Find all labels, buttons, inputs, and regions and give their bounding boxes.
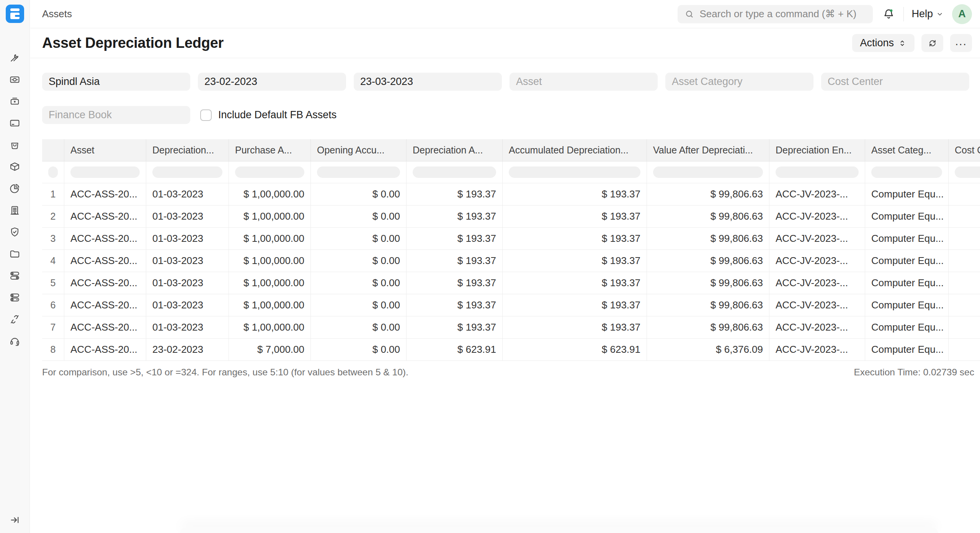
cell-accumulated_depreciation[interactable]: $ 193.37 (503, 294, 647, 316)
column-header-asset[interactable]: Asset (64, 139, 146, 161)
sidebar-item-pie-chart[interactable] (4, 178, 26, 199)
cell-value_after_depreciation[interactable]: $ 99,806.63 (647, 316, 769, 339)
cell-purchase_amount[interactable]: $ 1,00,000.00 (229, 294, 311, 316)
cell-value_after_depreciation[interactable]: $ 99,806.63 (647, 294, 769, 316)
column-filter-accumulated_depreciation[interactable] (509, 166, 640, 178)
cell-depreciation_entry[interactable]: ACC-JV-2023-... (769, 250, 865, 272)
cell-asset_category[interactable]: Computer Equ... (865, 339, 949, 361)
cell-depreciation_entry[interactable]: ACC-JV-2023-... (769, 294, 865, 316)
cell-purchase_amount[interactable]: $ 7,000.00 (229, 339, 311, 361)
cell-opening_accumulated[interactable]: $ 0.00 (311, 228, 407, 250)
column-header-cost_center[interactable]: Cost Center (949, 139, 980, 161)
sidebar-item-plug[interactable] (4, 308, 26, 330)
more-options-button[interactable]: ... (950, 34, 972, 52)
cell-asset[interactable]: ACC-ASS-20... (64, 294, 146, 316)
column-filter-purchase_amount[interactable] (235, 166, 304, 178)
cell-depreciation_date[interactable]: 01-03-2023 (146, 272, 229, 294)
column-filter-depreciation_date[interactable] (152, 166, 222, 178)
help-menu[interactable]: Help (906, 8, 949, 20)
notifications-button[interactable] (876, 5, 901, 24)
refresh-button[interactable] (921, 34, 943, 52)
sidebar-item-bank-card[interactable] (4, 112, 26, 134)
cell-asset[interactable]: ACC-ASS-20... (64, 183, 146, 205)
include-default-fb-checkbox[interactable] (200, 109, 212, 121)
column-header-purchase_amount[interactable]: Purchase A... (229, 139, 311, 161)
cell-purchase_amount[interactable]: $ 1,00,000.00 (229, 316, 311, 339)
sidebar-item-cash-register[interactable] (4, 68, 26, 90)
column-filter-asset[interactable] (70, 166, 140, 178)
cell-asset_category[interactable]: Computer Equ... (865, 205, 949, 228)
cell-depreciation_date[interactable]: 01-03-2023 (146, 228, 229, 250)
cell-opening_accumulated[interactable]: $ 0.00 (311, 339, 407, 361)
cell-depreciation_date[interactable]: 01-03-2023 (146, 205, 229, 228)
cell-opening_accumulated[interactable]: $ 0.00 (311, 250, 407, 272)
cell-depreciation_date[interactable]: 01-03-2023 (146, 183, 229, 205)
breadcrumb[interactable]: Assets (42, 8, 72, 20)
cell-depreciation_date[interactable]: 01-03-2023 (146, 250, 229, 272)
cell-asset_category[interactable]: Computer Equ... (865, 272, 949, 294)
column-header-opening_accumulated[interactable]: Opening Accu... (311, 139, 407, 161)
cell-depreciation_entry[interactable]: ACC-JV-2023-... (769, 183, 865, 205)
cell-asset_category[interactable]: Computer Equ... (865, 250, 949, 272)
column-header-value_after_depreciation[interactable]: Value After Depreciati... (647, 139, 769, 161)
filter-from-date[interactable]: 23-02-2023 (198, 73, 346, 91)
global-search-input[interactable]: Search or type a command (⌘ + K) (678, 5, 873, 23)
cell-depreciation_date[interactable]: 01-03-2023 (146, 316, 229, 339)
cell-accumulated_depreciation[interactable]: $ 623.91 (503, 339, 647, 361)
filter-asset-category[interactable]: Asset Category (665, 73, 813, 91)
cell-opening_accumulated[interactable]: $ 0.00 (311, 183, 407, 205)
cell-accumulated_depreciation[interactable]: $ 193.37 (503, 183, 647, 205)
cell-asset[interactable]: ACC-ASS-20... (64, 250, 146, 272)
sidebar-item-headset[interactable] (4, 330, 26, 352)
sidebar-item-tools[interactable] (4, 47, 26, 68)
column-header-depreciation_entry[interactable]: Depreciation En... (769, 139, 865, 161)
cell-accumulated_depreciation[interactable]: $ 193.37 (503, 250, 647, 272)
cell-depreciation_entry[interactable]: ACC-JV-2023-... (769, 339, 865, 361)
cell-depreciation_entry[interactable]: ACC-JV-2023-... (769, 272, 865, 294)
cell-depreciation_amount[interactable]: $ 193.37 (407, 316, 503, 339)
filter-cost-center[interactable]: Cost Center (821, 73, 969, 91)
cell-opening_accumulated[interactable]: $ 0.00 (311, 272, 407, 294)
cell-asset[interactable]: ACC-ASS-20... (64, 228, 146, 250)
column-filter-depreciation_entry[interactable] (776, 166, 859, 178)
cell-depreciation_entry[interactable]: ACC-JV-2023-... (769, 228, 865, 250)
cell-accumulated_depreciation[interactable]: $ 193.37 (503, 205, 647, 228)
cell-value_after_depreciation[interactable]: $ 99,806.63 (647, 228, 769, 250)
cell-purchase_amount[interactable]: $ 1,00,000.00 (229, 272, 311, 294)
sidebar-item-shopping-bag[interactable] (4, 134, 26, 156)
cell-depreciation_amount[interactable]: $ 193.37 (407, 205, 503, 228)
filter-finance-book[interactable]: Finance Book (42, 106, 190, 124)
column-filter-value_after_depreciation[interactable] (653, 166, 763, 178)
filter-to-date[interactable]: 23-03-2023 (354, 73, 502, 91)
filter-company[interactable]: Spindl Asia (42, 73, 190, 91)
cell-opening_accumulated[interactable]: $ 0.00 (311, 316, 407, 339)
sidebar-item-package-box[interactable] (4, 156, 26, 178)
column-filter-cost_center[interactable] (955, 166, 980, 178)
actions-button[interactable]: Actions (852, 34, 915, 52)
column-filter-depreciation_amount[interactable] (413, 166, 496, 178)
cell-depreciation_entry[interactable]: ACC-JV-2023-... (769, 316, 865, 339)
filter-asset[interactable]: Asset (510, 73, 658, 91)
cell-purchase_amount[interactable]: $ 1,00,000.00 (229, 183, 311, 205)
cell-cost_center[interactable] (949, 316, 980, 339)
cell-cost_center[interactable] (949, 272, 980, 294)
cell-depreciation_amount[interactable]: $ 623.91 (407, 339, 503, 361)
cell-asset[interactable]: ACC-ASS-20... (64, 339, 146, 361)
select-all-control[interactable] (48, 166, 58, 178)
cell-cost_center[interactable] (949, 183, 980, 205)
cell-accumulated_depreciation[interactable]: $ 193.37 (503, 272, 647, 294)
cell-asset[interactable]: ACC-ASS-20... (64, 272, 146, 294)
cell-cost_center[interactable] (949, 205, 980, 228)
cell-accumulated_depreciation[interactable]: $ 193.37 (503, 316, 647, 339)
app-logo[interactable] (6, 5, 24, 23)
cell-asset_category[interactable]: Computer Equ... (865, 183, 949, 205)
cell-purchase_amount[interactable]: $ 1,00,000.00 (229, 250, 311, 272)
column-filter-opening_accumulated[interactable] (317, 166, 400, 178)
cell-value_after_depreciation[interactable]: $ 99,806.63 (647, 272, 769, 294)
cell-purchase_amount[interactable]: $ 1,00,000.00 (229, 228, 311, 250)
cell-opening_accumulated[interactable]: $ 0.00 (311, 294, 407, 316)
cell-depreciation_entry[interactable]: ACC-JV-2023-... (769, 205, 865, 228)
cell-value_after_depreciation[interactable]: $ 99,806.63 (647, 250, 769, 272)
cell-value_after_depreciation[interactable]: $ 99,806.63 (647, 183, 769, 205)
column-header-depreciation_date[interactable]: Depreciation... (146, 139, 229, 161)
